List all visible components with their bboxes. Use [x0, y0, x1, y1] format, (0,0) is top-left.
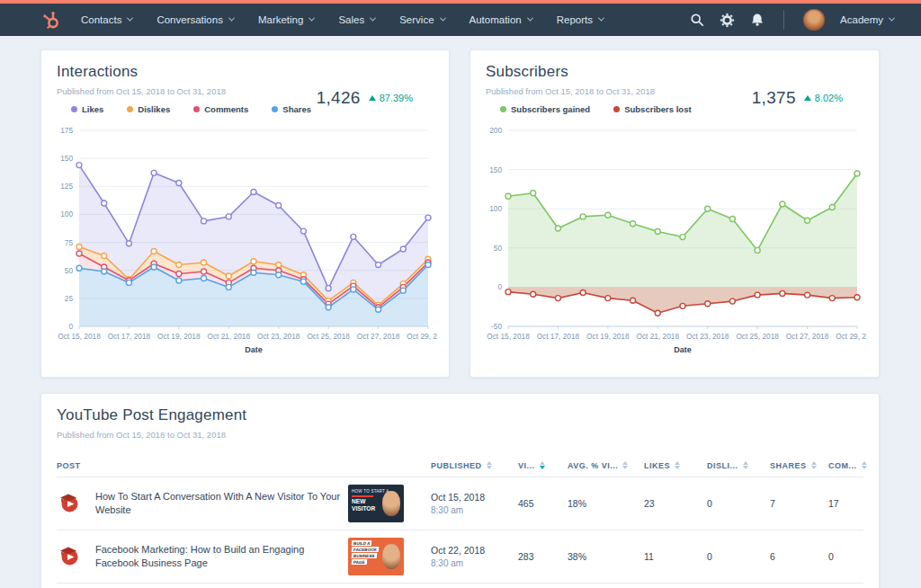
table-header-row: POSTPUBLISHEDVI...AVG. % VI...LIKESDISLI…	[57, 454, 863, 477]
legend-item-likes[interactable]: Likes	[71, 104, 103, 114]
sort-icon	[540, 461, 545, 470]
views-cell: 465	[518, 498, 568, 509]
views-cell: 283	[518, 551, 568, 562]
column-header-post: POST	[57, 461, 431, 470]
svg-text:Oct 15, 2018: Oct 15, 2018	[487, 332, 530, 341]
nav-item-service[interactable]: Service	[399, 14, 444, 25]
nav-item-label: Sales	[338, 14, 364, 25]
column-label: SHARES	[770, 461, 807, 470]
legend-label: Subscribers gained	[511, 104, 590, 114]
thumb-text: FACEBOOK	[352, 547, 380, 552]
legend-item-dislikes[interactable]: Dislikes	[127, 104, 170, 114]
nav-item-conversations[interactable]: Conversations	[156, 14, 234, 25]
column-label: DISLI...	[707, 461, 738, 470]
svg-text:50: 50	[65, 266, 74, 275]
legend-label: Shares	[282, 104, 311, 114]
svg-text:Oct 21, 2018: Oct 21, 2018	[637, 332, 680, 341]
hubspot-logo-icon[interactable]	[40, 9, 61, 31]
subscribers-chart: -50050100150200Oct 15, 2018Oct 17, 2018O…	[478, 118, 866, 359]
legend-item-subscribers-lost[interactable]: Subscribers lost	[613, 104, 691, 114]
nav-item-automation[interactable]: Automation	[469, 14, 532, 25]
academy-menu[interactable]: Academy	[840, 14, 894, 25]
column-header-disli[interactable]: DISLI...	[707, 461, 770, 470]
svg-text:Oct 23, 2018: Oct 23, 2018	[686, 332, 729, 341]
engagement-table: POSTPUBLISHEDVI...AVG. % VI...LIKESDISLI…	[41, 454, 879, 584]
column-header-likes[interactable]: LIKES	[644, 461, 707, 470]
svg-text:150: 150	[489, 165, 502, 174]
nav-item-sales[interactable]: Sales	[338, 14, 375, 25]
comments-cell: 0	[828, 551, 863, 562]
delta-up-icon	[369, 95, 376, 101]
column-header-published[interactable]: PUBLISHED	[431, 461, 518, 470]
svg-text:Oct 17, 2018: Oct 17, 2018	[537, 332, 580, 341]
nav-item-reports[interactable]: Reports	[557, 14, 604, 25]
column-header-avgvi[interactable]: AVG. % VI...	[568, 461, 644, 470]
column-label: PUBLISHED	[431, 461, 482, 470]
subscribers-total: 1,375	[752, 88, 796, 108]
legend-label: Comments	[204, 104, 248, 114]
svg-text:75: 75	[65, 238, 74, 247]
delta-up-icon	[804, 95, 811, 101]
nav-item-contacts[interactable]: Contacts	[81, 14, 132, 25]
post-title-link[interactable]: Facebook Marketing: How to Build an Enga…	[95, 543, 348, 570]
thumb-text: PAGE	[352, 559, 367, 565]
dislikes-cell: 0	[707, 551, 770, 562]
video-thumbnail: HOW TO START ANEW VISITOR	[348, 485, 404, 522]
svg-text:Oct 17, 2018: Oct 17, 2018	[108, 332, 151, 341]
academy-youtube-badge-icon	[57, 543, 81, 571]
legend-item-shares[interactable]: Shares	[272, 104, 311, 114]
legend-item-comments[interactable]: Comments	[193, 104, 248, 114]
academy-youtube-badge-icon	[57, 490, 81, 518]
thumb-text: BUILD A	[352, 540, 372, 546]
svg-text:Oct 25, 2018: Oct 25, 2018	[736, 332, 779, 341]
svg-text:0: 0	[497, 282, 502, 291]
svg-text:150: 150	[60, 154, 73, 163]
svg-text:Oct 21, 2018: Oct 21, 2018	[208, 332, 251, 341]
sort-icon	[743, 461, 748, 470]
hubspot-dashboard: ContactsConversationsMarketingSalesServi…	[0, 0, 921, 588]
video-thumbnail: BUILD AFACEBOOKBUSINESSPAGE	[348, 538, 404, 575]
nav-item-label: Reports	[557, 14, 593, 25]
svg-text:Oct 27, 2018: Oct 27, 2018	[357, 332, 400, 341]
nav-item-label: Marketing	[258, 14, 304, 25]
legend-item-subscribers-gained[interactable]: Subscribers gained	[500, 104, 590, 114]
legend-label: Subscribers lost	[624, 104, 691, 114]
legend-dot	[613, 106, 620, 112]
sort-icon	[675, 461, 680, 470]
legend-dot	[193, 106, 200, 112]
column-header-shares[interactable]: SHARES	[770, 461, 828, 470]
chevron-down-icon	[127, 14, 133, 21]
column-header-com[interactable]: COM...	[828, 461, 867, 470]
column-label: POST	[57, 461, 81, 470]
likes-cell: 23	[644, 498, 707, 509]
svg-text:100: 100	[489, 204, 502, 213]
legend-label: Dislikes	[138, 104, 170, 114]
shares-cell: 7	[770, 498, 828, 509]
column-label: LIKES	[644, 461, 670, 470]
post-title-link[interactable]: How To Start A Conversation With A New V…	[95, 490, 348, 517]
svg-text:Oct 29, 2018: Oct 29, 2018	[407, 332, 437, 341]
svg-text:200: 200	[489, 126, 502, 135]
legend-dot	[272, 106, 278, 112]
svg-text:-50: -50	[491, 322, 502, 331]
table-row: How To Start A Conversation With A New V…	[57, 477, 863, 530]
nav-item-label: Service	[399, 14, 434, 25]
nav-menu: ContactsConversationsMarketingSalesServi…	[81, 14, 604, 25]
user-avatar[interactable]	[803, 9, 825, 31]
svg-text:Oct 19, 2018: Oct 19, 2018	[157, 332, 201, 341]
table-subtitle: Published from Oct 15, 2018 to Oct 31, 2…	[41, 424, 879, 440]
svg-text:25: 25	[65, 294, 74, 303]
avg-views-cell: 18%	[568, 498, 644, 509]
settings-gear-icon[interactable]	[720, 13, 735, 28]
nav-item-marketing[interactable]: Marketing	[258, 14, 315, 25]
svg-text:125: 125	[60, 182, 73, 191]
interactions-title: Interactions	[41, 50, 449, 81]
notifications-bell-icon[interactable]	[750, 13, 765, 27]
column-header-vi[interactable]: VI...	[518, 461, 568, 470]
svg-text:Oct 15, 2018: Oct 15, 2018	[58, 332, 101, 341]
published-time: 8:30 am	[431, 558, 518, 568]
search-icon[interactable]	[690, 13, 704, 27]
chevron-down-icon	[308, 14, 315, 21]
sort-icon	[622, 461, 628, 470]
sort-icon	[862, 461, 867, 470]
